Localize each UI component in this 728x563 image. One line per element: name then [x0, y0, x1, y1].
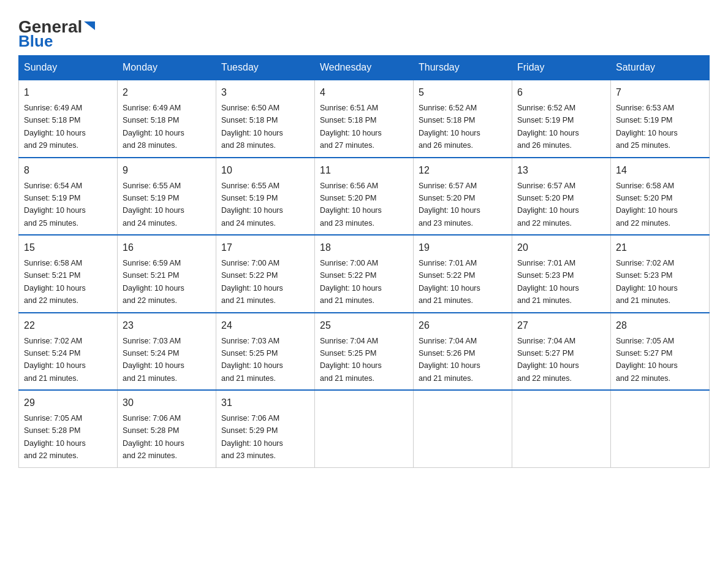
calendar-day-cell: 31 Sunrise: 7:06 AMSunset: 5:29 PMDaylig… — [216, 390, 315, 467]
day-number: 16 — [123, 240, 211, 255]
day-number: 12 — [419, 163, 507, 178]
day-number: 30 — [123, 396, 211, 410]
day-number: 22 — [24, 318, 112, 333]
calendar-day-cell: 16 Sunrise: 6:59 AMSunset: 5:21 PMDaylig… — [118, 235, 216, 313]
day-number: 29 — [24, 396, 112, 410]
calendar-day-cell: 21 Sunrise: 7:02 AMSunset: 5:23 PMDaylig… — [611, 235, 710, 313]
calendar-week-row: 22 Sunrise: 7:02 AMSunset: 5:24 PMDaylig… — [19, 313, 710, 391]
calendar-week-row: 8 Sunrise: 6:54 AMSunset: 5:19 PMDayligh… — [19, 158, 710, 236]
col-header-tuesday: Tuesday — [216, 56, 315, 80]
day-number: 3 — [221, 85, 309, 100]
calendar-day-cell: 3 Sunrise: 6:50 AMSunset: 5:18 PMDayligh… — [216, 80, 315, 158]
day-number: 23 — [123, 318, 211, 333]
calendar-day-cell: 22 Sunrise: 7:02 AMSunset: 5:24 PMDaylig… — [19, 313, 118, 391]
calendar-day-cell: 25 Sunrise: 7:04 AMSunset: 5:25 PMDaylig… — [315, 313, 414, 391]
day-info: Sunrise: 6:59 AMSunset: 5:21 PMDaylight:… — [123, 259, 184, 305]
day-info: Sunrise: 7:01 AMSunset: 5:22 PMDaylight:… — [419, 259, 480, 305]
page-header: General Blue — [18, 12, 710, 49]
calendar-empty-cell — [611, 390, 710, 467]
day-info: Sunrise: 6:52 AMSunset: 5:19 PMDaylight:… — [517, 104, 579, 150]
calendar-week-row: 1 Sunrise: 6:49 AMSunset: 5:18 PMDayligh… — [19, 80, 710, 158]
calendar-day-cell: 17 Sunrise: 7:00 AMSunset: 5:22 PMDaylig… — [216, 235, 315, 313]
calendar-day-cell: 23 Sunrise: 7:03 AMSunset: 5:24 PMDaylig… — [118, 313, 216, 391]
calendar-day-cell: 18 Sunrise: 7:00 AMSunset: 5:22 PMDaylig… — [315, 235, 414, 313]
calendar-week-row: 15 Sunrise: 6:58 AMSunset: 5:21 PMDaylig… — [19, 235, 710, 313]
day-info: Sunrise: 6:51 AMSunset: 5:18 PMDaylight:… — [320, 104, 382, 150]
day-info: Sunrise: 7:04 AMSunset: 5:27 PMDaylight:… — [517, 337, 579, 383]
day-info: Sunrise: 7:05 AMSunset: 5:28 PMDaylight:… — [24, 414, 86, 460]
day-number: 10 — [221, 163, 309, 178]
day-number: 24 — [221, 318, 309, 333]
day-info: Sunrise: 7:06 AMSunset: 5:29 PMDaylight:… — [221, 414, 283, 460]
calendar-empty-cell — [414, 390, 512, 467]
calendar-day-cell: 29 Sunrise: 7:05 AMSunset: 5:28 PMDaylig… — [19, 390, 118, 467]
day-number: 31 — [221, 396, 309, 410]
day-info: Sunrise: 7:04 AMSunset: 5:26 PMDaylight:… — [419, 337, 480, 383]
col-header-sunday: Sunday — [19, 56, 118, 80]
day-info: Sunrise: 6:55 AMSunset: 5:19 PMDaylight:… — [221, 182, 283, 228]
day-info: Sunrise: 7:02 AMSunset: 5:23 PMDaylight:… — [616, 259, 678, 305]
day-number: 20 — [517, 240, 605, 255]
calendar-day-cell: 9 Sunrise: 6:55 AMSunset: 5:19 PMDayligh… — [118, 158, 216, 236]
day-info: Sunrise: 7:02 AMSunset: 5:24 PMDaylight:… — [24, 337, 86, 383]
day-info: Sunrise: 6:55 AMSunset: 5:19 PMDaylight:… — [123, 182, 184, 228]
day-number: 14 — [616, 163, 704, 178]
day-info: Sunrise: 6:54 AMSunset: 5:19 PMDaylight:… — [24, 182, 86, 228]
calendar-day-cell: 1 Sunrise: 6:49 AMSunset: 5:18 PMDayligh… — [19, 80, 118, 158]
day-info: Sunrise: 6:50 AMSunset: 5:18 PMDaylight:… — [221, 104, 283, 150]
day-number: 4 — [320, 85, 408, 100]
day-info: Sunrise: 7:04 AMSunset: 5:25 PMDaylight:… — [320, 337, 382, 383]
logo-blue: Blue — [18, 33, 53, 49]
day-info: Sunrise: 7:00 AMSunset: 5:22 PMDaylight:… — [221, 259, 283, 305]
col-header-monday: Monday — [118, 56, 216, 80]
calendar-day-cell: 5 Sunrise: 6:52 AMSunset: 5:18 PMDayligh… — [414, 80, 512, 158]
day-number: 18 — [320, 240, 408, 255]
day-number: 8 — [24, 163, 112, 178]
calendar-day-cell: 30 Sunrise: 7:06 AMSunset: 5:28 PMDaylig… — [118, 390, 216, 467]
calendar-day-cell: 28 Sunrise: 7:05 AMSunset: 5:27 PMDaylig… — [611, 313, 710, 391]
day-info: Sunrise: 6:49 AMSunset: 5:18 PMDaylight:… — [123, 104, 184, 150]
calendar-day-cell: 2 Sunrise: 6:49 AMSunset: 5:18 PMDayligh… — [118, 80, 216, 158]
calendar-day-cell: 14 Sunrise: 6:58 AMSunset: 5:20 PMDaylig… — [611, 158, 710, 236]
calendar-day-cell: 13 Sunrise: 6:57 AMSunset: 5:20 PMDaylig… — [512, 158, 611, 236]
day-info: Sunrise: 6:58 AMSunset: 5:20 PMDaylight:… — [616, 182, 678, 228]
day-info: Sunrise: 6:57 AMSunset: 5:20 PMDaylight:… — [517, 182, 579, 228]
calendar-day-cell: 4 Sunrise: 6:51 AMSunset: 5:18 PMDayligh… — [315, 80, 414, 158]
calendar-header-row: SundayMondayTuesdayWednesdayThursdayFrid… — [19, 56, 710, 80]
day-info: Sunrise: 6:52 AMSunset: 5:18 PMDaylight:… — [419, 104, 480, 150]
calendar-day-cell: 10 Sunrise: 6:55 AMSunset: 5:19 PMDaylig… — [216, 158, 315, 236]
day-number: 9 — [123, 163, 211, 178]
col-header-friday: Friday — [512, 56, 611, 80]
calendar-empty-cell — [315, 390, 414, 467]
svg-marker-0 — [84, 21, 95, 30]
day-number: 1 — [24, 85, 112, 100]
logo-triangle-icon — [83, 19, 96, 33]
calendar-day-cell: 26 Sunrise: 7:04 AMSunset: 5:26 PMDaylig… — [414, 313, 512, 391]
day-number: 5 — [419, 85, 507, 100]
calendar-empty-cell — [512, 390, 611, 467]
day-number: 26 — [419, 318, 507, 333]
day-number: 15 — [24, 240, 112, 255]
day-info: Sunrise: 6:49 AMSunset: 5:18 PMDaylight:… — [24, 104, 86, 150]
calendar-week-row: 29 Sunrise: 7:05 AMSunset: 5:28 PMDaylig… — [19, 390, 710, 467]
day-info: Sunrise: 7:03 AMSunset: 5:25 PMDaylight:… — [221, 337, 283, 383]
day-info: Sunrise: 7:01 AMSunset: 5:23 PMDaylight:… — [517, 259, 579, 305]
calendar-day-cell: 7 Sunrise: 6:53 AMSunset: 5:19 PMDayligh… — [611, 80, 710, 158]
col-header-saturday: Saturday — [611, 56, 710, 80]
day-number: 11 — [320, 163, 408, 178]
logo: General Blue — [18, 18, 96, 49]
day-info: Sunrise: 6:57 AMSunset: 5:20 PMDaylight:… — [419, 182, 480, 228]
day-number: 2 — [123, 85, 211, 100]
day-number: 7 — [616, 85, 704, 100]
day-number: 27 — [517, 318, 605, 333]
calendar-day-cell: 27 Sunrise: 7:04 AMSunset: 5:27 PMDaylig… — [512, 313, 611, 391]
calendar-day-cell: 11 Sunrise: 6:56 AMSunset: 5:20 PMDaylig… — [315, 158, 414, 236]
day-number: 19 — [419, 240, 507, 255]
day-number: 28 — [616, 318, 704, 333]
day-info: Sunrise: 6:56 AMSunset: 5:20 PMDaylight:… — [320, 182, 382, 228]
col-header-wednesday: Wednesday — [315, 56, 414, 80]
day-info: Sunrise: 6:53 AMSunset: 5:19 PMDaylight:… — [616, 104, 678, 150]
calendar-day-cell: 8 Sunrise: 6:54 AMSunset: 5:19 PMDayligh… — [19, 158, 118, 236]
col-header-thursday: Thursday — [414, 56, 512, 80]
calendar-day-cell: 24 Sunrise: 7:03 AMSunset: 5:25 PMDaylig… — [216, 313, 315, 391]
